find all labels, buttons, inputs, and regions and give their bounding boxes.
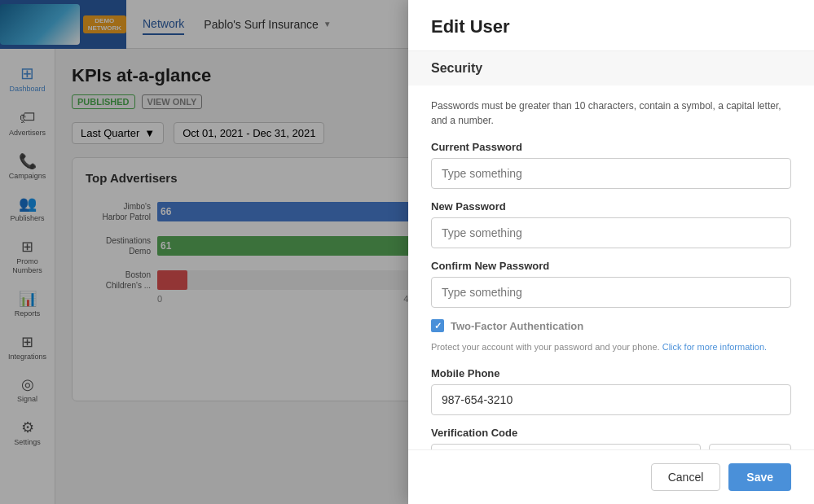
verification-code-label: Verification Code bbox=[431, 427, 791, 439]
verification-row: Send Again bbox=[431, 444, 791, 450]
two-factor-row: Two-Factor Authentication bbox=[431, 319, 791, 332]
verification-code-input[interactable] bbox=[431, 444, 701, 450]
current-password-input[interactable] bbox=[431, 158, 791, 189]
new-password-group: New Password bbox=[431, 200, 791, 248]
two-factor-desc-text: Protect your account with your password … bbox=[431, 342, 660, 352]
send-again-button[interactable]: Send Again bbox=[709, 444, 791, 450]
security-section: Security Passwords must be greater than … bbox=[408, 51, 814, 449]
two-factor-desc: Protect your account with your password … bbox=[431, 340, 791, 354]
two-factor-label: Two-Factor Authentication bbox=[451, 320, 583, 332]
panel-footer: Cancel Save bbox=[408, 449, 814, 504]
cancel-button[interactable]: Cancel bbox=[651, 463, 721, 491]
current-password-label: Current Password bbox=[431, 141, 791, 153]
current-password-group: Current Password bbox=[431, 141, 791, 189]
confirm-password-label: Confirm New Password bbox=[431, 260, 791, 272]
new-password-input[interactable] bbox=[431, 217, 791, 248]
confirm-password-group: Confirm New Password bbox=[431, 260, 791, 308]
save-button[interactable]: Save bbox=[728, 463, 791, 491]
mobile-phone-input[interactable] bbox=[431, 384, 791, 415]
password-hint: Passwords must be greater than 10 charac… bbox=[431, 99, 791, 128]
panel-header: Edit User bbox=[408, 0, 814, 51]
two-factor-checkbox[interactable] bbox=[431, 319, 444, 332]
edit-user-panel: Edit User Security Passwords must be gre… bbox=[408, 0, 814, 504]
section-title: Security bbox=[408, 51, 814, 85]
mobile-phone-label: Mobile Phone bbox=[431, 367, 791, 379]
mobile-phone-group: Mobile Phone bbox=[431, 367, 791, 415]
new-password-label: New Password bbox=[431, 200, 791, 213]
panel-title: Edit User bbox=[431, 16, 510, 37]
two-factor-link[interactable]: Click for more information. bbox=[662, 342, 767, 352]
verification-code-group: Verification Code Send Again Provide the… bbox=[431, 427, 791, 450]
confirm-password-input[interactable] bbox=[431, 277, 791, 308]
